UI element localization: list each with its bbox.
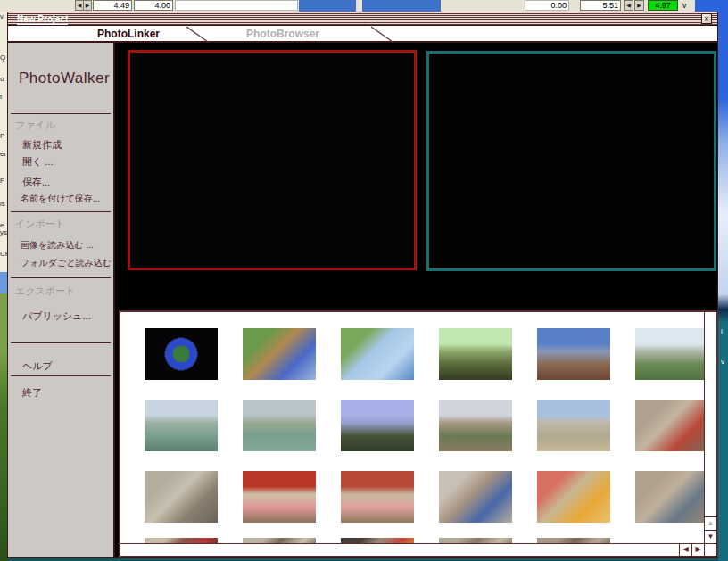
background-text-fragment: v <box>721 359 724 366</box>
scroll-right-icon: ▶ <box>695 545 700 553</box>
sidebar-item-quit[interactable]: 終了 <box>22 386 42 400</box>
thumbnail-wall-posters[interactable] <box>635 400 708 451</box>
thumbnail-river-bridge[interactable] <box>243 400 316 451</box>
thumbnail-meat-vendor[interactable] <box>341 471 414 523</box>
spin-right-icon[interactable]: ▶ <box>634 0 644 11</box>
sidebar-divider <box>11 342 111 343</box>
scroll-left-button[interactable]: ◀ <box>679 544 691 556</box>
sidebar-item-new[interactable]: 新規作成 <box>22 138 62 152</box>
sidebar-divider <box>11 211 111 212</box>
spin-right-icon[interactable]: ▶ <box>83 0 92 11</box>
thumbnail-river-village[interactable] <box>145 400 218 451</box>
sidebar-header-file: ファイル <box>15 119 55 132</box>
toolbar-value-c[interactable]: 0.00 <box>525 0 569 11</box>
tab-separator <box>8 26 717 43</box>
window-title: New Project <box>17 14 68 25</box>
scroll-right-button[interactable]: ▶ <box>691 544 704 556</box>
thumbnail-village-mountain[interactable] <box>537 328 610 380</box>
toolbar-blank-field[interactable] <box>175 0 298 11</box>
sidebar-divider <box>11 277 111 278</box>
sidebar-divider <box>11 375 111 376</box>
sidebar-item-import-images[interactable]: 画像を読み込む ... <box>21 239 94 252</box>
toolbar-blue-segment-1[interactable] <box>299 0 356 12</box>
thumbnail-market-stalls[interactable] <box>145 471 218 523</box>
close-button[interactable]: × <box>701 13 712 24</box>
close-icon: × <box>704 14 708 23</box>
photolinker-canvas: ▲ ▼ ◀ ▶ <box>115 43 717 557</box>
scroll-down-button[interactable]: ▼ <box>705 530 716 543</box>
scroll-up-button[interactable]: ▲ <box>705 516 716 530</box>
scrollbar-corner <box>704 543 716 556</box>
dropdown-glyph[interactable]: v <box>682 1 687 10</box>
thumbnail-street-people[interactable] <box>537 400 610 451</box>
thumbnail-shop-bicycle[interactable] <box>635 471 708 523</box>
sidebar-item-import-folder[interactable]: フォルダごと読み込む <box>21 257 112 269</box>
thumbnail-village-lane[interactable] <box>439 400 512 451</box>
scroll-down-icon: ▼ <box>707 532 715 540</box>
window-title-bar[interactable]: New Project × <box>8 12 717 26</box>
app-title: PhotoWalker <box>19 70 110 87</box>
thumbnail-grid <box>145 328 708 523</box>
toolbar-value-a[interactable]: 4.49 <box>93 0 132 11</box>
thumbnail-map-south-china-sea[interactable] <box>341 328 414 380</box>
thumbnail-earth-globe[interactable] <box>145 328 218 380</box>
thumbnail-map-east-asia[interactable] <box>243 328 316 380</box>
background-toolbar: ◀ ▶ 4.49 4.00 0.00 5.51 ◀ ▶ 4.97 v <box>0 0 695 12</box>
thumbnail-blue-cart-street[interactable] <box>439 471 512 523</box>
sidebar-item-save-as[interactable]: 名前を付けて保存... <box>21 193 100 205</box>
background-text-fragment: i <box>721 328 723 335</box>
sidebar-item-open[interactable]: 開く ... <box>22 155 53 169</box>
thumbnail-red-shopfront[interactable] <box>243 471 316 523</box>
sidebar-item-help[interactable]: ヘルプ <box>22 359 53 373</box>
toolbar-value-b[interactable]: 4.00 <box>134 0 173 11</box>
horizontal-scrollbar[interactable]: ◀ ▶ <box>120 543 704 556</box>
spin-left-icon[interactable]: ◀ <box>624 0 633 11</box>
scroll-left-icon: ◀ <box>682 545 688 553</box>
desktop-right-strip: iv <box>718 0 728 561</box>
scroll-up-icon: ▲ <box>707 519 715 527</box>
photo-browser-panel: ▲ ▼ ◀ ▶ <box>119 310 718 557</box>
sidebar-item-publish[interactable]: パブリッシュ... <box>22 309 91 323</box>
vertical-scrollbar[interactable]: ▲ ▼ <box>704 312 716 543</box>
right-photo-panel[interactable] <box>426 51 716 271</box>
toolbar-value-e-highlighted[interactable]: 4.97 <box>648 0 678 11</box>
sidebar: PhotoWalker ファイル 新規作成 開く ... 保存... 名前を付け… <box>8 43 115 557</box>
sidebar-header-export: エクスポート <box>15 285 75 298</box>
sidebar-divider <box>11 113 111 114</box>
toolbar-value-d[interactable]: 5.51 <box>580 0 621 11</box>
thumbnail-fruit-stand[interactable] <box>537 471 610 523</box>
new-project-window: New Project × PhotoLinker PhotoBrowser ▲… <box>7 12 718 558</box>
sidebar-header-import: インポート <box>15 218 65 231</box>
sidebar-item-save[interactable]: 保存... <box>22 176 50 189</box>
left-photo-panel[interactable] <box>128 50 417 270</box>
toolbar-blue-segment-2[interactable] <box>362 0 441 12</box>
tab-bar: PhotoLinker PhotoBrowser <box>8 26 717 43</box>
thumbnail-farm-field[interactable] <box>635 328 708 380</box>
thumbnail-terrain-render[interactable] <box>439 328 512 380</box>
thumbnail-tall-trees[interactable] <box>341 400 414 451</box>
